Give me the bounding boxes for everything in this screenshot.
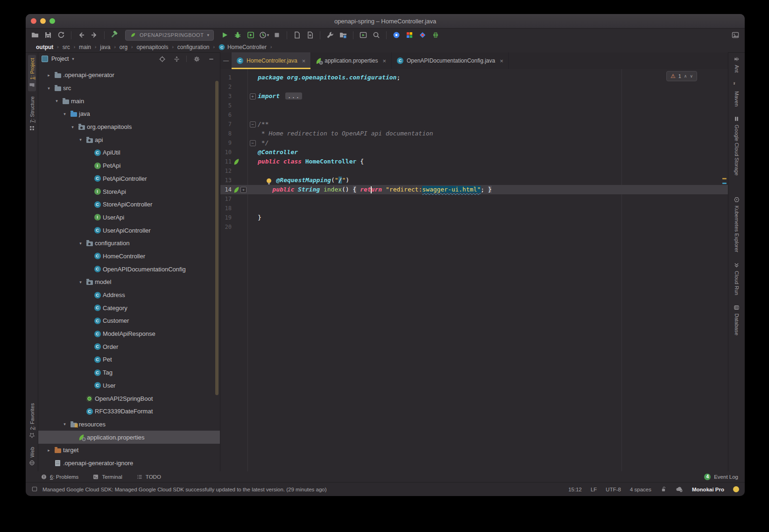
tree-item-target[interactable]: ▸target [38,444,220,457]
chevron-down-icon[interactable]: ▾ [77,241,85,246]
tree-item-model[interactable]: ▾model [38,276,220,289]
tab-application-properties[interactable]: application.properties× [311,52,392,69]
toolwindow-button-ant[interactable]: Ant [734,56,740,73]
tree-item-org-openapitools[interactable]: ▾org.openapitools [38,121,220,134]
code-line-9[interactable]: 9− */ [220,138,728,148]
theme-name[interactable]: Monokai Pro [692,487,724,492]
toolwindow-button--problems[interactable]: 6: Problems [41,474,78,480]
chevron-down-icon[interactable]: ▾ [267,33,269,37]
line-number[interactable]: 18 [220,204,232,213]
code-line-11[interactable]: 11public class HomeController { [220,157,728,166]
line-number[interactable]: 19 [220,213,232,222]
run-anything-button[interactable] [359,30,368,40]
code-line-7[interactable]: 7−/** [220,120,728,129]
breadcrumb-item-org[interactable]: org [120,44,127,50]
zoom-window-icon[interactable] [49,18,55,24]
tree-item--openapi-generator-ignore[interactable]: .openapi-generator-ignore [38,457,220,470]
tree-item-Address[interactable]: Address [38,289,220,302]
close-icon[interactable]: × [302,58,306,64]
code-line-1[interactable]: 1package org.openapitools.configuration; [220,73,728,82]
forward-button[interactable] [90,30,99,40]
lock-icon[interactable] [660,486,667,493]
line-number[interactable]: 1 [220,73,232,82]
toolwindow-button--favorites[interactable]: 2: Favorites [28,400,36,441]
build-project-button[interactable] [110,30,119,40]
code-line-12[interactable]: 12 [220,166,728,176]
breadcrumb-item-main[interactable]: main [79,44,91,50]
tree-item-Category[interactable]: Category [38,301,220,314]
tree-item-Order[interactable]: Order [38,340,220,353]
minus-button[interactable] [206,54,216,64]
chevron-down-icon[interactable]: ▾ [207,33,209,37]
chevron-down-icon[interactable]: ▾ [53,99,61,103]
code-line-8[interactable]: 8 * Home redirection to OpenAPI api docu… [220,129,728,138]
line-number[interactable]: 5 [220,101,232,110]
toolwindow-button-todo[interactable]: TODO [136,474,161,480]
title-bar[interactable]: openapi-spring – HomeController.java [26,14,745,28]
toolwindow-button-terminal[interactable]: Terminal [92,474,122,480]
toolwindow-button-web[interactable]: Web [28,444,36,469]
image-tool-button[interactable] [731,30,740,40]
breadcrumb-item-HomeController[interactable]: HomeController [219,44,267,50]
collapse-button[interactable] [172,54,181,64]
close-icon[interactable]: × [500,58,503,64]
spring-bean-icon[interactable] [233,159,239,164]
toolwindow-button-cloud-run[interactable]: Cloud Run [734,262,740,295]
tree-item-java[interactable]: ▾java [38,107,220,121]
back-button[interactable] [77,30,86,40]
toolwindow-button--structure[interactable]: 7: Structure [28,93,36,135]
file-encoding[interactable]: UTF-8 [606,487,621,492]
toolwindow-button--project[interactable]: 1: Project [28,55,36,91]
tree-item-PetApiController[interactable]: PetApiController [38,172,220,185]
synchronize-button[interactable] [56,30,66,40]
line-number[interactable]: 9 [220,138,232,148]
tree-item-resources[interactable]: ▾resources [38,418,220,431]
open-file-button[interactable] [30,30,40,40]
stop-button[interactable] [272,30,282,40]
code-line-13[interactable]: 13 @RequestMapping("/") [220,176,728,185]
settings-wrench-button[interactable] [325,30,335,40]
hide-tabs-icon[interactable]: — [223,57,229,64]
tree-item-OpenAPI2SpringBoot[interactable]: OpenAPI2SpringBoot [38,392,220,405]
intention-bulb-icon[interactable] [267,178,271,183]
line-number[interactable]: 20 [220,222,232,232]
debug-button[interactable] [233,30,242,40]
project-tree[interactable]: ▸.openapi-generator▾src▾main▾java▾org.op… [38,65,220,471]
project-panel-title[interactable]: Project [51,56,69,62]
run-with-coverage-button[interactable] [246,30,255,40]
line-number[interactable]: 3 [220,92,232,101]
tree-item-OpenAPIDocumentationConfig[interactable]: OpenAPIDocumentationConfig [38,262,220,276]
tab-HomeController-java[interactable]: HomeController.java× [232,52,311,69]
code-line-20[interactable]: 20 [220,222,728,232]
tree-item-Pet[interactable]: Pet [38,353,220,366]
line-number[interactable]: 8 [220,129,232,138]
code-editor[interactable]: ⚠ 1 ∧ ∨ 1package org.openapitools.config… [220,69,728,471]
caret-position[interactable]: 15:12 [568,487,582,492]
tree-item-UserApiController[interactable]: UserApiController [38,224,220,237]
plugin-colored-button[interactable] [418,30,427,40]
toolwindow-button-kubernetes-explorer[interactable]: Kubernetes Explorer [734,197,740,252]
tree-item-Tag[interactable]: Tag [38,366,220,379]
line-number[interactable]: 10 [220,148,232,157]
fold-expand-icon[interactable]: + [250,93,256,99]
profiler-button[interactable]: ▾ [259,30,268,40]
tab-OpenAPIDocumentationConfig-java[interactable]: OpenAPIDocumentationConfig.java× [392,52,509,69]
chevron-right-icon[interactable]: ▸ [45,73,53,78]
spring-bean-icon[interactable] [233,187,239,192]
tree-item-HomeController[interactable]: HomeController [38,250,220,263]
breadcrumb-item-src[interactable]: src [63,44,70,50]
page-tool-1-button[interactable] [292,30,302,40]
reader-mode-icon[interactable] [31,486,38,493]
fold-expand-icon[interactable]: + [240,187,247,193]
fold-collapse-icon[interactable]: − [250,140,256,146]
code-line-18[interactable]: 18 [220,204,728,213]
line-number[interactable]: 13 [220,176,232,185]
gear-button[interactable] [192,54,201,64]
line-number[interactable]: 6 [220,110,232,120]
chevron-down-icon[interactable]: ▾ [77,280,85,284]
code-line-10[interactable]: 10@Controller [220,148,728,157]
page-tool-2-button[interactable] [305,30,315,40]
line-separator[interactable]: LF [591,487,597,492]
line-number[interactable]: 17 [220,194,232,204]
toolwindow-button-maven[interactable]: mMaven [734,82,740,106]
